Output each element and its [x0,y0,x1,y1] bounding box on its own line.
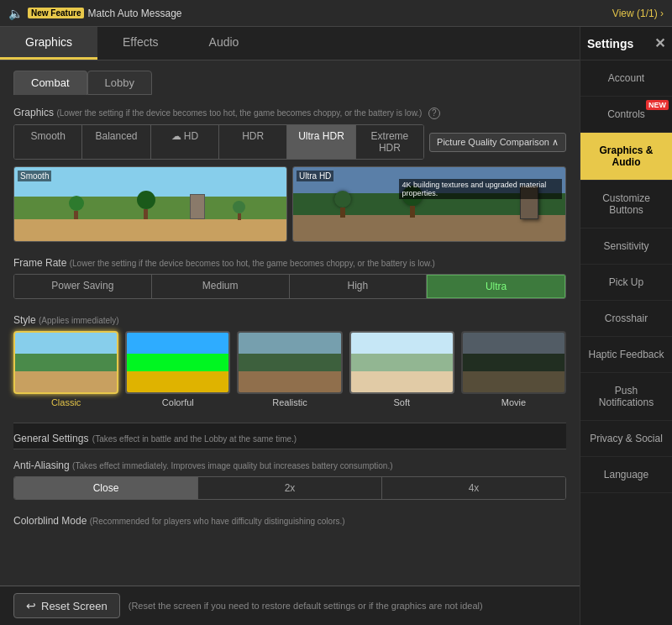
sidebar-item-privacy[interactable]: Privacy & Social [580,421,672,457]
sidebar-item-controls[interactable]: NEW Controls [580,97,672,133]
reset-screen-button[interactable]: ↩ Reset Screen [13,593,120,618]
style-soft-label: Soft [349,397,454,407]
close-button[interactable]: ✕ [654,35,665,51]
graphics-quality-row: Smooth Balanced ☁ HD HDR Ultra HDR Extre… [13,124,566,160]
style-realistic[interactable]: Realistic [237,331,342,407]
tab-effects[interactable]: Effects [97,27,184,60]
style-colorful-label: Colorful [125,397,230,407]
preview-row: Smooth [13,166,566,242]
aa-2x[interactable]: 2x [198,477,382,499]
style-realistic-preview [237,331,342,394]
sidebar-item-crosshair[interactable]: Crosshair [580,301,672,337]
style-movie[interactable]: Movie [461,331,566,407]
style-classic-preview [13,331,118,394]
sidebar-push-label: Push Notifications [599,385,654,408]
sidebar-item-graphics-audio[interactable]: Graphics & Audio [580,133,672,181]
sidebar-item-sensitivity[interactable]: Sensitivity [580,228,672,265]
bottom-bar: ↩ Reset Screen (Reset the screen if you … [0,586,580,625]
subtab-combat[interactable]: Combat [13,71,87,95]
controls-new-badge: NEW [646,100,669,110]
sidebar-graphics-audio-label: Graphics & Audio [599,144,653,168]
tab-audio[interactable]: Audio [184,27,265,60]
preview-smooth-label: Smooth [18,171,51,181]
reset-label: Reset Screen [41,600,108,612]
sidebar-pickup-label: Pick Up [609,276,643,288]
antialiasing-hint: (Takes effect immediately. Improves imag… [72,461,392,470]
framerate-title: Frame Rate (Lower the setting if the dev… [13,257,566,269]
colorblind-title: Colorblind Mode (Recommended for players… [13,515,566,527]
graphics-label: Graphics [13,107,54,118]
style-colorful[interactable]: Colorful [125,331,230,407]
opt-ultra-hdr[interactable]: Ultra HDR [287,125,355,159]
sidebar-item-haptic[interactable]: Haptic Feedback [580,337,672,373]
sidebar-item-push[interactable]: Push Notifications [580,373,672,421]
sidebar-crosshair-label: Crosshair [605,312,648,324]
sidebar-item-pickup[interactable]: Pick Up [580,265,672,301]
content-scroll[interactable]: Combat Lobby Graphics (Lower the setting… [0,60,580,586]
sidebar-title: Settings ✕ [580,27,672,60]
top-bar-message: Match Auto Message [87,8,612,19]
sidebar-item-language[interactable]: Language [580,457,672,493]
picture-quality-compare-button[interactable]: Picture Quality Comparison ∧ [429,133,566,152]
fr-medium[interactable]: Medium [152,275,290,298]
subtab-lobby[interactable]: Lobby [87,71,152,95]
sidebar-privacy-label: Privacy & Social [590,433,663,444]
sidebar-language-label: Language [604,469,648,481]
colorblind-hint: (Recommended for players who have diffic… [90,517,345,526]
style-label: Style [13,314,36,326]
style-section: Style (Applies immediately) Classic Colo… [13,314,566,407]
antialiasing-label: Anti-Aliasing [13,460,70,471]
style-soft[interactable]: Soft [349,331,454,407]
sidebar-haptic-label: Haptic Feedback [588,349,664,360]
reset-icon: ↩ [26,599,36,612]
main-layout: Graphics Effects Audio Combat Lobby Grap… [0,27,672,625]
antialiasing-options: Close 2x 4x [13,476,566,500]
sidebar-sensitivity-label: Sensitivity [603,240,648,252]
framerate-options: Power Saving Medium High Ultra [13,274,566,299]
aa-4x[interactable]: 4x [382,477,565,499]
sidebar-item-account[interactable]: Account [580,60,672,97]
sidebar-customize-label: Customize Buttons [602,192,650,216]
reset-hint: (Reset the screen if you need to restore… [129,601,483,611]
style-colorful-preview [125,331,230,394]
graphics-quality-title: Graphics (Lower the setting if the devic… [13,107,566,119]
content-area: Graphics Effects Audio Combat Lobby Grap… [0,27,580,625]
colorblind-label: Colorblind Mode [13,515,87,527]
speaker-icon: 🔈 [8,7,23,20]
preview-smooth-image [14,167,286,241]
sidebar-item-customize[interactable]: Customize Buttons [580,181,672,228]
fr-high[interactable]: High [290,275,428,298]
colorblind-section: Colorblind Mode (Recommended for players… [13,515,566,527]
style-grid: Classic Colorful Realistic Soft [13,331,566,407]
sub-tabs: Combat Lobby [13,71,566,95]
framerate-label: Frame Rate [13,257,66,269]
aa-close[interactable]: Close [14,477,198,499]
opt-extreme-hdr[interactable]: Extreme HDR [356,125,423,159]
framerate-section: Frame Rate (Lower the setting if the dev… [13,257,566,299]
framerate-hint: (Lower the setting if the device becomes… [70,259,435,268]
opt-balanced[interactable]: Balanced [82,125,150,159]
tab-graphics[interactable]: Graphics [0,27,97,60]
style-soft-preview [349,331,454,394]
style-classic[interactable]: Classic [13,331,118,407]
opt-hdr[interactable]: HDR [219,125,287,159]
sidebar: Settings ✕ Account NEW Controls Graphics… [580,27,672,625]
general-settings-hint: (Takes effect in battle and the Lobby at… [92,434,297,444]
general-settings-title: General Settings [13,433,88,444]
fr-ultra[interactable]: Ultra [427,275,565,298]
antialiasing-section: Anti-Aliasing (Takes effect immediately.… [13,460,566,500]
preview-smooth: Smooth [13,166,287,242]
opt-hd[interactable]: ☁ HD [151,125,219,159]
new-feature-badge: New Feature [28,8,84,18]
preview-ultra-hd-label: Ultra HD [297,171,333,181]
opt-smooth[interactable]: Smooth [14,125,82,159]
main-tabs: Graphics Effects Audio [0,27,580,60]
general-settings-separator: General Settings (Takes effect in battle… [13,423,566,449]
fr-power-saving[interactable]: Power Saving [14,275,152,298]
view-button[interactable]: View (1/1) › [612,8,664,19]
style-title: Style (Applies immediately) [13,314,566,326]
sidebar-controls-label: Controls [607,108,645,120]
graphics-options: Smooth Balanced ☁ HD HDR Ultra HDR Extre… [13,124,424,160]
help-icon[interactable]: ? [428,108,440,119]
top-bar: 🔈 New Feature Match Auto Message View (1… [0,0,672,27]
